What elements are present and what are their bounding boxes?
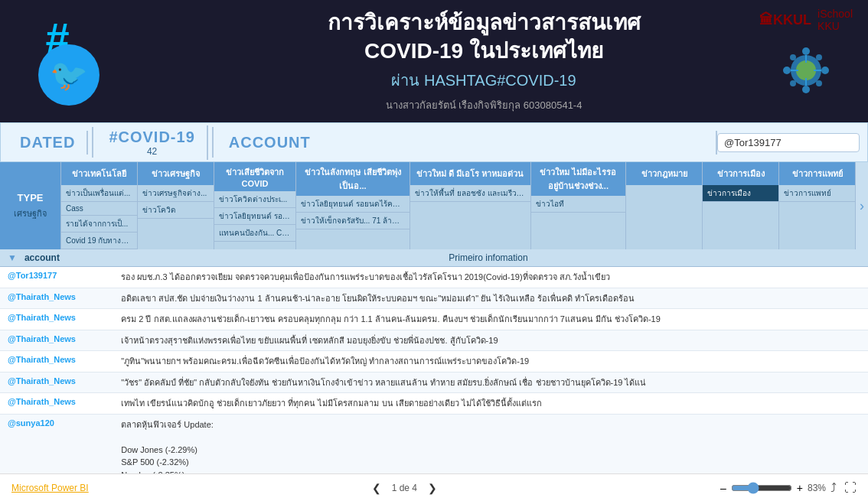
- table-row: @Thairath_Newsเทพไท เขียรน์แนวคิดบ้กอู ช…: [0, 393, 868, 415]
- cat-item[interactable]: ข่าวโลยิยุทยนต์ รอยนดไร้คนขับม...: [296, 196, 410, 213]
- svg-point-4: [783, 67, 791, 74]
- cat-item[interactable]: ข่าวโควิดต่างประเ...: [214, 191, 295, 208]
- cat-col-medical: ข่าวการแพทย์ ข่าวการแพทย์: [779, 162, 856, 249]
- cat-items-home: ข่าวไอที: [531, 196, 625, 249]
- page-info: 1 de 4: [392, 483, 417, 493]
- cat-items-econ: ข่าวเศรษฐกิจต่าง... ข่าวโควิด: [138, 185, 214, 249]
- table-row: @Thairath_Newsอดิตเลขา สปส.ชัด ปมจ่ายเงิ…: [0, 288, 868, 309]
- main-content: TYPE เศรษฐกิจ ข่าวเทคโนโลยี ข่าวเป็นเพรื…: [0, 162, 868, 473]
- cat-header-free: ข่าวใหม่ ดี มีเอโร หาหมอด่วน: [410, 162, 530, 185]
- cat-item[interactable]: ข่าวให้พื้นที่ ยลอชซัง และเมรีวเนโครสถ..…: [410, 185, 530, 202]
- cat-items-tech: ข่าวเป็นเพรื่อนแต่... Cass รายได้จากการเ…: [61, 185, 137, 249]
- svg-point-8: [790, 80, 796, 86]
- account-cell[interactable]: @Thairath_News: [0, 288, 113, 309]
- table-row: @sunya120ตลาดหุ้นฟิวเจอร์ Update: Dow Jo…: [0, 414, 868, 473]
- type-column: TYPE เศรษฐกิจ: [0, 162, 61, 249]
- scroll-right-arrow[interactable]: ›: [856, 162, 868, 249]
- info-cell: "วัชร" อัดคลัมป์ ที่ชัย" กลับตัวกลับใจยั…: [113, 372, 868, 393]
- zoom-plus[interactable]: +: [797, 482, 803, 494]
- zoom-control: – + 83% ⤴ ⛶: [720, 481, 857, 495]
- cat-items-politics: ข่าวการเมือง: [703, 185, 778, 249]
- account-cell[interactable]: @Thairath_News: [0, 330, 113, 351]
- cat-item[interactable]: ข่าวให้เข็กจตรัสรับ... 71 ล้านคน-ล้นมครม…: [296, 213, 410, 229]
- account-cell[interactable]: @Thairath_News: [0, 372, 113, 393]
- account-cell[interactable]: @Tor139177: [0, 267, 113, 288]
- table-filter-header: ▼ account Primeiro infomation: [0, 249, 868, 267]
- cat-item[interactable]: ข่าวโควิด: [138, 202, 214, 219]
- cat-item-politics-active[interactable]: ข่าวการเมือง: [703, 185, 778, 202]
- title-line1: การวิเคราะห์ข้อมูลข่าวสารสนเทศ: [328, 11, 641, 34]
- dated-label: DATED: [20, 134, 75, 151]
- cat-header-econ: ข่าวเศรษฐกิจ: [138, 162, 214, 185]
- cat-header-politics: ข่าวการเมือง: [703, 162, 778, 185]
- account-cell[interactable]: @sunya120: [0, 414, 113, 473]
- table-row: @Thairath_News"ภูทิน"พนนายกฯ พร้อมคณะครม…: [0, 351, 868, 372]
- table-row: @Thairath_News"วัชร" อัดคลัมป์ ที่ชัย" ก…: [0, 372, 868, 393]
- zoom-minus[interactable]: –: [720, 482, 726, 494]
- nav-next-button[interactable]: ❯: [423, 480, 442, 496]
- svg-point-5: [821, 67, 829, 74]
- cat-header-home: ข่าวใหม ไม่มีอะไรรอ อยู่บ้านช่วงช่วง...: [531, 162, 625, 196]
- cat-item[interactable]: แทนคนป้องกัน... Covid: [214, 225, 295, 242]
- table-row: @Tor139177รอง ผบช.ภ.3 ได้ออกตรวจเยียม จด…: [0, 267, 868, 288]
- divider1: [92, 127, 93, 158]
- cat-item[interactable]: ข่าวการแพทย์: [779, 185, 855, 202]
- cat-item[interactable]: ข่าวโลยิยุทยนต์ รอยนดไร้คนขับม...: [214, 208, 295, 225]
- header: # 🐦 การวิเคราะห์ข้อมูลข่าวสารสนเทศ COVID…: [0, 0, 868, 122]
- col-info-header: Primeiro infomation: [116, 252, 860, 263]
- cat-col-politics: ข่าวการเมือง ข่าวการเมือง: [703, 162, 779, 249]
- header-logo-area: # 🐦: [15, 17, 100, 106]
- subtitle: ผ่าน HASHTAG#COVID-19: [115, 68, 853, 93]
- svg-point-3: [802, 86, 810, 93]
- cat-items-uk: ข่าวโลยิยุทยนต์ รอยนดไร้คนขับม... ข่าวให…: [296, 196, 410, 249]
- cat-header-uk: ข่าวในลังกทฤษ เสียชีวิตพุ่งเป็นอ...: [296, 162, 410, 196]
- cat-col-tech: ข่าวเทคโนโลยี ข่าวเป็นเพรื่อนแต่... Cass…: [61, 162, 138, 249]
- fullscreen-button[interactable]: ⛶: [844, 481, 857, 495]
- info-cell: ครม 2 ปี กสต.แถลงผลงานช่วยเด็ก-เยาวชน คร…: [113, 309, 868, 330]
- cat-col-econ: ข่าวเศรษฐกิจ ข่าวเศรษฐกิจต่าง... ข่าวโคว…: [138, 162, 214, 249]
- account-cell[interactable]: @Thairath_News: [0, 393, 113, 415]
- dated-filter[interactable]: DATED: [8, 131, 88, 155]
- info-cell: เทพไท เขียรน์แนวคิดบ้กอู ช่วยเด็กเยาวภัย…: [113, 393, 868, 415]
- cat-item[interactable]: Cass: [61, 202, 137, 216]
- cat-items-free: ข่าวให้พื้นที่ ยลอชซัง และเมรีวเนโครสถ..…: [410, 185, 530, 249]
- cat-header-medical: ข่าวการแพทย์: [779, 162, 855, 185]
- cat-item[interactable]: รายได้จากการเป็...: [61, 216, 137, 233]
- cat-item[interactable]: ข่าวเป็นเพรื่อนแต่...: [61, 185, 137, 202]
- divider2: [212, 127, 214, 158]
- account-filter[interactable]: ACCOUNT: [217, 131, 717, 155]
- share-button[interactable]: ⤴: [830, 481, 837, 495]
- svg-point-1: [796, 60, 816, 80]
- logo-area: 🏛KKUL iSchool KKU: [759, 8, 853, 32]
- title-line2: COVID-19 ในประเทศไทย: [364, 39, 603, 63]
- cat-items-law: [626, 185, 702, 249]
- type-label: TYPE: [18, 192, 44, 203]
- nav-prev-button[interactable]: ❮: [367, 480, 386, 496]
- kku-logo: KKU: [817, 20, 853, 32]
- cat-items-medical: ข่าวการแพทย์: [779, 185, 855, 249]
- bottom-right-icons: ⤴ ⛶: [830, 481, 857, 495]
- account-cell[interactable]: @Thairath_News: [0, 309, 113, 330]
- col-account-header: account: [24, 252, 116, 263]
- twitter-bird-icon: 🐦: [50, 57, 88, 93]
- page-nav: ❮ 1 de 4 ❯: [367, 480, 442, 496]
- covid-filter[interactable]: #COVID-19 42: [97, 125, 207, 160]
- svg-point-9: [816, 80, 822, 86]
- zoom-slider[interactable]: [731, 482, 792, 494]
- cat-col-death: ข่าวเสียชีวิตจาก COVID ข่าวโควิดต่างประเ…: [214, 162, 296, 249]
- cat-item[interactable]: ข่าวเศรษฐกิจต่าง...: [138, 185, 214, 202]
- filters-row: DATED #COVID-19 42 ACCOUNT: [0, 122, 868, 162]
- content-area: DATED #COVID-19 42 ACCOUNT TYPE เศรษฐกิจ…: [0, 122, 868, 473]
- kkul-logo: 🏛KKUL: [759, 12, 811, 28]
- cat-item[interactable]: Covid 19 กับทางช่อง 585...: [61, 233, 137, 249]
- account-input[interactable]: [717, 133, 860, 152]
- header-title: การวิเคราะห์ข้อมูลข่าวสารสนเทศ COVID-19 …: [115, 9, 853, 113]
- account-cell[interactable]: @Thairath_News: [0, 351, 113, 372]
- powerbi-link[interactable]: Microsoft Power BI: [11, 483, 89, 493]
- cat-col-free: ข่าวใหม่ ดี มีเอโร หาหมอด่วน ข่าวให้พื้น…: [410, 162, 531, 249]
- category-tabs: TYPE เศรษฐกิจ ข่าวเทคโนโลยี ข่าวเป็นเพรื…: [0, 162, 868, 249]
- data-table-wrapper: @Tor139177รอง ผบช.ภ.3 ได้ออกตรวจเยียม จด…: [0, 267, 868, 473]
- covid-value: 42: [147, 146, 157, 157]
- account-label: ACCOUNT: [229, 134, 311, 151]
- cat-item[interactable]: ข่าวไอที: [531, 196, 625, 213]
